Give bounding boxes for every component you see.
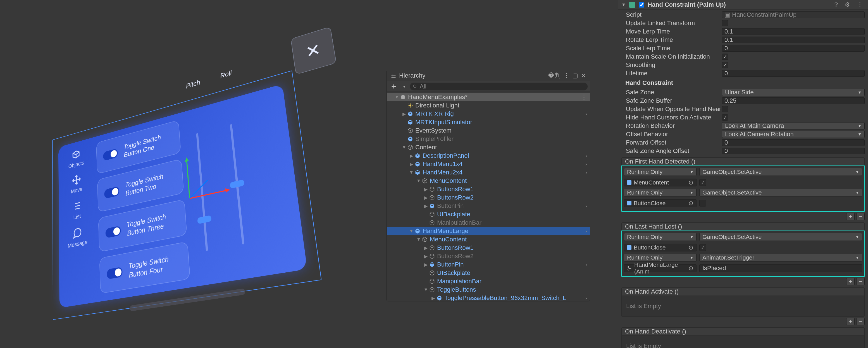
property-field[interactable]: 0.1: [722, 37, 865, 43]
property-field[interactable]: 0: [722, 45, 865, 51]
property-dropdown[interactable]: Look At Main Camera▼: [722, 122, 865, 130]
hierarchy-item[interactable]: ▶ ButtonPin ›: [387, 202, 590, 210]
foldout-arrow-icon[interactable]: ▶: [430, 295, 436, 301]
event-object-field[interactable]: ButtonClose⊙: [624, 244, 696, 251]
event-object-field[interactable]: ⊱HandMenuLarge (Anim⊙: [624, 264, 696, 272]
hierarchy-item[interactable]: EventSystem: [387, 127, 590, 135]
foldout-arrow-icon[interactable]: ▼: [416, 237, 422, 242]
hierarchy-header[interactable]: Hierarchy �判 ⋮ ▢ ✕: [387, 70, 590, 81]
panel-menu-icon[interactable]: ⋮: [563, 72, 569, 79]
component-foldout-icon[interactable]: ▼: [621, 2, 626, 7]
hierarchy-item[interactable]: UIBackplate: [387, 210, 590, 218]
sidebar-item-message[interactable]: Message: [63, 224, 92, 250]
prefab-open-icon[interactable]: ›: [585, 111, 587, 117]
hierarchy-item[interactable]: ▶ ButtonPin ›: [387, 260, 590, 269]
create-dropdown-icon[interactable]: ▼: [402, 84, 406, 89]
prefab-open-icon[interactable]: ›: [585, 170, 587, 176]
foldout-arrow-icon[interactable]: ▶: [409, 153, 414, 159]
foldout-arrow-icon[interactable]: ▼: [409, 170, 414, 175]
scene-menu-icon[interactable]: ⋮: [581, 94, 587, 101]
scene-view[interactable]: ✕ ObjectsMoveListMessage Toggle SwitchBu…: [0, 0, 385, 348]
event-header[interactable]: On First Hand Detected (): [621, 158, 865, 166]
foldout-arrow-icon[interactable]: ▶: [423, 203, 429, 209]
property-field[interactable]: 0: [722, 70, 865, 77]
event-arg-checkbox[interactable]: [699, 179, 706, 186]
object-picker-icon[interactable]: ⊙: [688, 179, 693, 186]
hierarchy-item[interactable]: ▶ HandMenu1x4 ›: [387, 160, 590, 168]
close-button[interactable]: ✕: [291, 27, 337, 75]
foldout-arrow-icon[interactable]: ▶: [423, 245, 429, 251]
prefab-open-icon[interactable]: ›: [585, 262, 587, 268]
property-field[interactable]: 0.1: [722, 28, 865, 35]
property-checkbox[interactable]: [722, 106, 728, 112]
property-checkbox[interactable]: [722, 54, 728, 60]
property-checkbox[interactable]: [722, 62, 728, 68]
hierarchy-item[interactable]: ▼ HandMenu2x4 ›: [387, 168, 590, 177]
event-mode-dropdown[interactable]: Runtime Only▼: [624, 254, 696, 262]
hierarchy-item[interactable]: SimpleProfiler: [387, 135, 590, 143]
sidebar-item-list[interactable]: List: [63, 197, 91, 223]
hierarchy-tree[interactable]: ▼ HandMenuExamples* ⋮ Directional Light …: [387, 92, 590, 301]
hierarchy-item[interactable]: ManipulationBar: [387, 218, 590, 227]
slider-pitch[interactable]: Pitch: [189, 118, 217, 278]
foldout-arrow-icon[interactable]: ▼: [394, 95, 400, 100]
event-header[interactable]: On Hand Activate (): [621, 287, 865, 296]
prefab-open-icon[interactable]: ›: [585, 153, 587, 159]
hierarchy-item[interactable]: ▼ MenuContent: [387, 177, 590, 185]
hierarchy-item[interactable]: ▶ ButtonsRow2: [387, 252, 590, 260]
event-arg-checkbox[interactable]: [699, 200, 706, 207]
event-mode-dropdown[interactable]: Runtime Only▼: [624, 233, 696, 241]
panel-lock-icon[interactable]: �判: [548, 71, 560, 80]
hierarchy-item[interactable]: ▶ MRTK XR Rig ›: [387, 110, 590, 118]
event-header[interactable]: On Hand Deactivate (): [621, 327, 865, 336]
prefab-open-icon[interactable]: ›: [585, 228, 587, 234]
hierarchy-item[interactable]: ▼ Content: [387, 143, 590, 151]
foldout-arrow-icon[interactable]: ▶: [423, 254, 429, 259]
hierarchy-item[interactable]: ▶ ButtonsRow1: [387, 185, 590, 194]
event-function-dropdown[interactable]: Animator.SetTrigger▼: [699, 254, 862, 262]
object-picker-icon[interactable]: ⊙: [688, 200, 693, 207]
panel-close-icon[interactable]: ✕: [581, 72, 586, 79]
event-function-dropdown[interactable]: GameObject.SetActive▼: [699, 189, 862, 197]
foldout-arrow-icon[interactable]: ▼: [401, 145, 407, 150]
event-header[interactable]: On Last Hand Lost (): [621, 222, 865, 231]
sidebar-item-objects[interactable]: Objects: [63, 145, 90, 171]
event-function-dropdown[interactable]: GameObject.SetActive▼: [699, 233, 862, 241]
slider-thumb[interactable]: [197, 215, 211, 224]
prefab-open-icon[interactable]: ›: [585, 203, 587, 209]
event-add-button[interactable]: +: [846, 318, 855, 325]
event-object-field[interactable]: ButtonClose⊙: [624, 199, 696, 207]
prefab-open-icon[interactable]: ›: [585, 295, 587, 301]
component-header[interactable]: ▼ Hand Constraint (Palm Up) ? ⚙ ⋮: [618, 0, 868, 9]
property-dropdown[interactable]: Look At Camera Rotation▼: [722, 131, 865, 138]
hierarchy-search[interactable]: All: [410, 82, 588, 91]
hierarchy-item[interactable]: ManipulationBar: [387, 277, 590, 285]
component-enabled-checkbox[interactable]: [639, 2, 644, 7]
event-add-button[interactable]: +: [846, 213, 855, 220]
hierarchy-item[interactable]: ▼ HandMenuLarge ›: [387, 227, 590, 235]
hierarchy-item[interactable]: MRTKInputSimulator: [387, 118, 590, 127]
property-checkbox[interactable]: [722, 114, 728, 120]
property-field[interactable]: 0: [722, 139, 865, 146]
slider-roll[interactable]: Roll: [224, 109, 252, 272]
hierarchy-item[interactable]: UIBackplate: [387, 269, 590, 277]
foldout-arrow-icon[interactable]: ▶: [423, 195, 429, 200]
panel-maximize-icon[interactable]: ▢: [572, 72, 578, 79]
event-mode-dropdown[interactable]: Runtime Only▼: [624, 189, 696, 197]
slider-track[interactable]: [230, 124, 244, 244]
foldout-arrow-icon[interactable]: ▶: [409, 162, 414, 167]
component-menu-icon[interactable]: ⋮: [855, 1, 865, 8]
help-icon[interactable]: ?: [833, 1, 839, 8]
event-function-dropdown[interactable]: GameObject.SetActive▼: [699, 168, 862, 176]
hierarchy-item[interactable]: ▼ HandMenuExamples* ⋮: [387, 93, 590, 101]
hierarchy-item[interactable]: ▶ DescriptionPanel ›: [387, 151, 590, 160]
event-remove-button[interactable]: −: [856, 278, 865, 285]
foldout-arrow-icon[interactable]: ▼: [416, 178, 422, 183]
preset-icon[interactable]: ⚙: [843, 1, 852, 8]
slider-thumb[interactable]: [230, 179, 245, 189]
foldout-arrow-icon[interactable]: ▶: [423, 187, 429, 192]
slider-track[interactable]: [196, 133, 208, 251]
toggle-button-4[interactable]: Toggle SwitchButton Four: [99, 241, 190, 294]
property-field[interactable]: 0: [722, 148, 865, 154]
event-arg-text[interactable]: IsPlaced: [699, 264, 862, 272]
